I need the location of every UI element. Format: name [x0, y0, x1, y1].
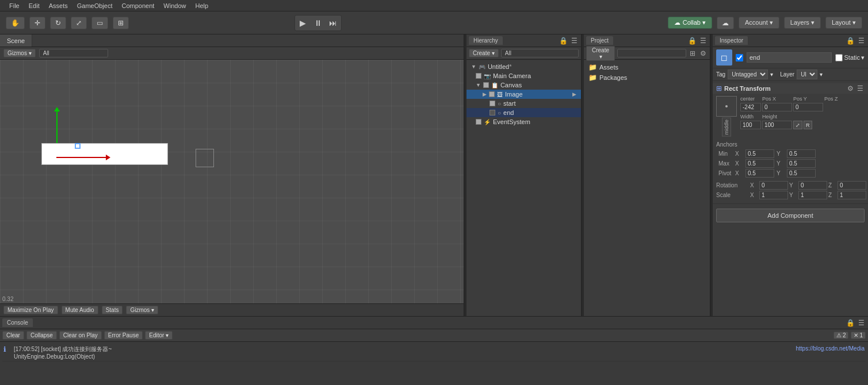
rotation-x-input[interactable]: [759, 181, 788, 190]
collab-button[interactable]: ☁ Collab ▾: [668, 17, 712, 29]
project-tab[interactable]: Project: [586, 36, 613, 45]
layer-select[interactable]: UI: [797, 70, 817, 79]
menu-window[interactable]: Window: [159, 2, 190, 9]
hierarchy-search-input[interactable]: [501, 49, 579, 57]
menu-file[interactable]: File: [5, 2, 24, 9]
cloud-button[interactable]: ☁: [717, 17, 734, 29]
scale-x-input[interactable]: [759, 191, 788, 199]
transform-tool[interactable]: ⊞: [113, 17, 129, 29]
hierarchy-tab[interactable]: Hierarchy: [469, 36, 503, 45]
pos-x-input[interactable]: [740, 103, 761, 111]
rotation-z-input[interactable]: [838, 181, 866, 190]
console-menu-button[interactable]: ☰: [857, 319, 866, 327]
start-checkbox[interactable]: [490, 101, 495, 106]
menu-assets[interactable]: Assets: [44, 2, 72, 9]
hierarchy-lock-button[interactable]: 🔒: [558, 37, 569, 45]
scene-search-input[interactable]: [39, 49, 108, 57]
mute-audio-button[interactable]: Mute Audio: [62, 306, 98, 314]
inspector-tab[interactable]: Inspector: [715, 36, 748, 45]
move-tool[interactable]: ✛: [29, 17, 45, 29]
rect-resize-button[interactable]: ⤢: [793, 121, 802, 129]
add-component-button[interactable]: Add Component: [716, 209, 865, 222]
width-input[interactable]: [740, 121, 761, 129]
height-input[interactable]: [762, 121, 792, 129]
object-active-checkbox[interactable]: [736, 54, 743, 61]
pause-button[interactable]: ⏸: [311, 17, 325, 29]
maximize-on-play-button[interactable]: Maximize On Play: [3, 306, 58, 314]
scale-tool[interactable]: ⤢: [71, 17, 87, 29]
hierarchy-item-image[interactable]: ▶ 🖼 Image ▶: [466, 90, 581, 99]
collapse-button[interactable]: Collapse: [26, 331, 57, 340]
hierarchy-item-eventsystem[interactable]: ⚡ EventSystem: [466, 117, 581, 126]
menu-component[interactable]: Component: [117, 2, 159, 9]
anchor-max-x-input[interactable]: [745, 159, 774, 168]
anchor-max-y-input[interactable]: [787, 159, 816, 168]
project-lock-button[interactable]: 🔒: [687, 37, 698, 45]
error-pause-button[interactable]: Error Pause: [104, 331, 143, 340]
pivot-x-input[interactable]: [745, 169, 774, 178]
maincamera-checkbox[interactable]: [476, 73, 481, 79]
hand-tool[interactable]: ✋: [6, 17, 25, 29]
rect-r-button[interactable]: R: [804, 121, 812, 129]
play-button[interactable]: ▶: [296, 17, 310, 29]
rect-transform-header[interactable]: ⊞ Rect Transform ⚙ ☰: [713, 83, 868, 94]
rotate-tool[interactable]: ↻: [50, 17, 66, 29]
console-entry-1[interactable]: ℹ [17:00:52] [socket] 成功连接到服务器~ UnityEng…: [2, 344, 866, 361]
eventsystem-checkbox[interactable]: [476, 119, 481, 125]
scene-object[interactable]: [41, 143, 168, 165]
hierarchy-item-canvas[interactable]: ▼ 📋 Canvas: [466, 80, 581, 90]
end-checkbox[interactable]: [490, 110, 495, 116]
menu-gameobject[interactable]: GameObject: [72, 2, 117, 9]
inspector-menu-button[interactable]: ☰: [857, 37, 866, 45]
clear-button[interactable]: Clear: [2, 331, 24, 340]
rect-transform-menu[interactable]: ☰: [856, 84, 865, 93]
hierarchy-item-untitled[interactable]: ▼ 🎮 Untitled*: [466, 62, 581, 71]
static-dropdown[interactable]: ▾: [861, 54, 865, 61]
rect-transform-options[interactable]: ⚙: [846, 84, 855, 93]
rect-anchor-visual[interactable]: [716, 96, 737, 117]
account-button[interactable]: Account ▾: [739, 17, 779, 29]
anchor-min-x-input[interactable]: [745, 149, 774, 158]
pivot-y-input[interactable]: [787, 169, 816, 178]
menu-help[interactable]: Help: [190, 2, 213, 9]
scale-z-input[interactable]: [838, 191, 866, 199]
gizmos-bottom-button[interactable]: Gizmos ▾: [126, 306, 158, 314]
hierarchy-create-button[interactable]: Create ▾: [469, 49, 499, 57]
rect-tool[interactable]: ▭: [91, 17, 108, 29]
stats-button[interactable]: Stats: [102, 306, 123, 314]
console-url[interactable]: https://blog.csdn.net/Media: [796, 345, 865, 352]
console-lock-button[interactable]: 🔒: [845, 319, 856, 327]
layers-button[interactable]: Layers ▾: [784, 17, 821, 29]
scene-tab[interactable]: Scene: [0, 34, 32, 47]
pos-y-input[interactable]: [762, 103, 792, 111]
tag-select[interactable]: Untagged: [728, 70, 768, 79]
pos-z-input[interactable]: [793, 103, 823, 111]
project-assets-folder[interactable]: 📁 Assets: [586, 62, 708, 72]
menu-edit[interactable]: Edit: [24, 2, 44, 9]
editor-button[interactable]: Editor ▾: [145, 331, 173, 340]
hierarchy-menu-button[interactable]: ☰: [570, 37, 579, 45]
scale-y-input[interactable]: [798, 191, 827, 199]
project-view-toggle[interactable]: ⊞: [689, 49, 697, 57]
project-settings-button[interactable]: ⚙: [699, 49, 708, 57]
static-checkbox[interactable]: [835, 54, 843, 61]
hierarchy-item-end[interactable]: ○ end: [466, 108, 581, 117]
step-button[interactable]: ⏭: [326, 17, 340, 29]
hierarchy-item-start[interactable]: ○ start: [466, 99, 581, 108]
inspector-lock-button[interactable]: 🔒: [845, 37, 856, 45]
project-search-input[interactable]: [617, 49, 686, 57]
project-menu-button[interactable]: ☰: [699, 37, 708, 45]
canvas-checkbox[interactable]: [483, 82, 489, 88]
layout-button[interactable]: Layout ▾: [825, 17, 862, 29]
project-packages-folder[interactable]: 📁 Packages: [586, 72, 708, 83]
rotation-y-input[interactable]: [798, 181, 827, 190]
image-checkbox[interactable]: [489, 91, 495, 97]
middle-label[interactable]: middle: [722, 118, 731, 137]
gizmos-button[interactable]: Gizmos ▾: [3, 49, 36, 57]
console-tab[interactable]: Console: [2, 318, 33, 327]
project-create-button[interactable]: Create ▾: [586, 46, 615, 61]
hierarchy-item-maincamera[interactable]: 📷 Main Camera: [466, 71, 581, 80]
clear-on-play-button[interactable]: Clear on Play: [59, 331, 102, 340]
object-name-input[interactable]: [747, 52, 832, 63]
anchor-min-y-input[interactable]: [787, 149, 816, 158]
